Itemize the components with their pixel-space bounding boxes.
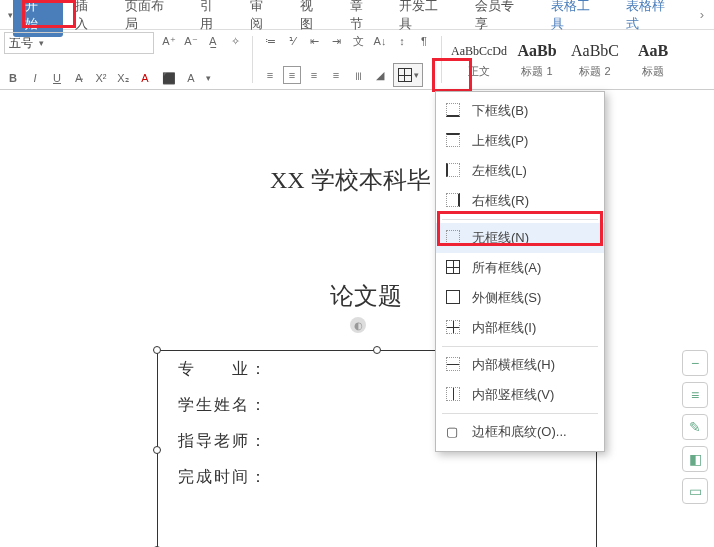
- change-case-button[interactable]: A̲: [204, 32, 222, 50]
- style-normal[interactable]: AaBbCcDd 正文: [450, 32, 508, 87]
- menu-border-left[interactable]: 左框线(L): [436, 156, 604, 186]
- bullet-list-button[interactable]: ≔: [261, 32, 279, 50]
- form-row-date[interactable]: 完成时间：: [158, 459, 596, 495]
- eraser-button[interactable]: ◧: [682, 446, 708, 472]
- font-color-2-button[interactable]: A: [182, 69, 200, 87]
- strike-button[interactable]: A̶: [70, 69, 88, 87]
- tabs-overflow-icon[interactable]: ›: [690, 3, 714, 26]
- show-marks-button[interactable]: ¶: [415, 32, 433, 50]
- border-menu: 下框线(B) 上框线(P) 左框线(L) 右框线(R) 无框线(N) 所有框线(…: [435, 91, 605, 452]
- zoom-out-button[interactable]: −: [682, 350, 708, 376]
- superscript-button[interactable]: X²: [92, 69, 110, 87]
- indent-right-button[interactable]: ⇥: [327, 32, 345, 50]
- bold-button[interactable]: B: [4, 69, 22, 87]
- menu-border-ih[interactable]: 内部横框线(H): [436, 350, 604, 380]
- style-gallery: AaBbCcDd 正文 AaBb 标题 1 AaBbC 标题 2 AaB 标题: [450, 32, 682, 87]
- sort-button[interactable]: A↓: [371, 32, 389, 50]
- underline-button[interactable]: U: [48, 69, 66, 87]
- menu-border-none[interactable]: 无框线(N): [436, 223, 604, 253]
- style-title[interactable]: AaB 标题: [624, 32, 682, 87]
- tab-bar: ▾ 开始 插入 页面布局 引用 审阅 视图 章节 开发工具 会员专享 表格工具 …: [0, 0, 714, 30]
- italic-button[interactable]: I: [26, 69, 44, 87]
- square-icon: ▢: [446, 424, 462, 440]
- menu-border-inside[interactable]: 内部框线(I): [436, 313, 604, 343]
- clear-format-button[interactable]: ✧: [226, 32, 244, 50]
- menu-border-all[interactable]: 所有框线(A): [436, 253, 604, 283]
- border-dropdown-button[interactable]: ▾: [393, 63, 423, 87]
- dropdown-icon: ▾: [206, 73, 211, 83]
- menu-border-bottom[interactable]: 下框线(B): [436, 96, 604, 126]
- text-direction-button[interactable]: 文: [349, 32, 367, 50]
- indent-left-button[interactable]: ⇤: [305, 32, 323, 50]
- side-toolbar: − ≡ ✎ ◧ ▭: [682, 350, 708, 504]
- align-left-button[interactable]: ≡: [261, 66, 279, 84]
- document-canvas: XX 学校本科毕 论文题 ◐ 专 业： 学生姓名： 指导老师： 完成时间：: [0, 92, 714, 547]
- menu-border-outside[interactable]: 外侧框线(S): [436, 283, 604, 313]
- pencil-button[interactable]: ✎: [682, 414, 708, 440]
- outline-button[interactable]: ≡: [682, 382, 708, 408]
- doc-title-2: 论文题: [330, 280, 402, 312]
- ribbon: 五号 ▾ B I U A̶ X² X₂ A A⁺ A⁻ A̲ ✧ ⬛ A ▾ ≔…: [0, 30, 714, 90]
- menu-border-iv[interactable]: 内部竖框线(V): [436, 380, 604, 410]
- style-h2[interactable]: AaBbC 标题 2: [566, 32, 624, 87]
- page-button[interactable]: ▭: [682, 478, 708, 504]
- highlight-button[interactable]: ⬛: [160, 69, 178, 87]
- dropdown-icon: ▾: [39, 38, 44, 48]
- paragraph-anchor-icon[interactable]: ◐: [350, 317, 366, 333]
- align-center-button[interactable]: ≡: [283, 66, 301, 84]
- font-size-group: 五号 ▾ B I U A̶ X² X₂ A: [4, 32, 154, 87]
- grow-font-button[interactable]: A⁺: [160, 32, 178, 50]
- line-spacing-button[interactable]: ↕: [393, 32, 411, 50]
- align-right-button[interactable]: ≡: [305, 66, 323, 84]
- subscript-button[interactable]: X₂: [114, 69, 132, 87]
- distribute-button[interactable]: ⫼: [349, 66, 367, 84]
- style-h1[interactable]: AaBb 标题 1: [508, 32, 566, 87]
- menu-border-top[interactable]: 上框线(P): [436, 126, 604, 156]
- border-grid-icon: [398, 68, 412, 82]
- shrink-font-button[interactable]: A⁻: [182, 32, 200, 50]
- dropdown-icon: ▾: [414, 70, 419, 80]
- align-justify-button[interactable]: ≡: [327, 66, 345, 84]
- number-list-button[interactable]: ⅟: [283, 32, 301, 50]
- font-size-selector[interactable]: 五号 ▾: [4, 32, 154, 54]
- font-size-value: 五号: [9, 35, 33, 52]
- menu-border-right[interactable]: 右框线(R): [436, 186, 604, 216]
- doc-title-1: XX 学校本科毕: [270, 164, 431, 196]
- menu-border-more[interactable]: ▢边框和底纹(O)...: [436, 417, 604, 447]
- font-color-button[interactable]: A: [136, 69, 154, 87]
- shading-button[interactable]: ◢: [371, 66, 389, 84]
